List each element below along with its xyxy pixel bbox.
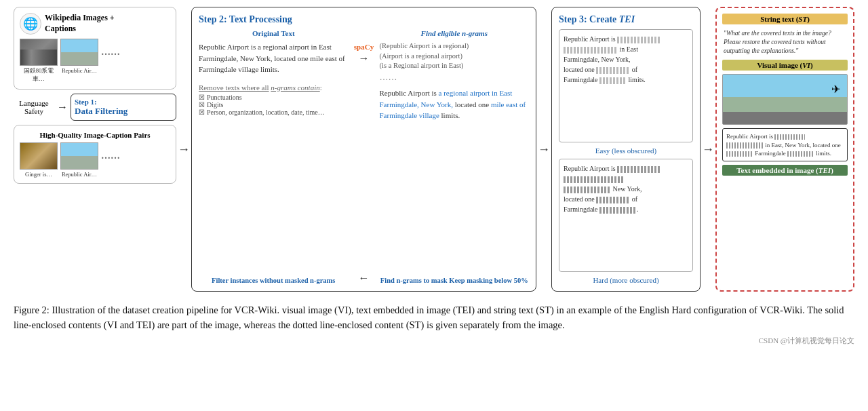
wiki-header-row: 🌐 Wikipedia Images + Captions [20,13,170,35]
step2-title: Step 2: Text Processing [199,14,529,25]
wiki-captions-top: 国鉄80系電車… Republic Air… [20,67,170,83]
arrow-to-step3: → [538,7,550,292]
step2-left: Original Text Republic Airport is a regi… [199,29,349,284]
step2-ngrams: (Republic Airport is a regional) (Airpor… [380,41,530,83]
arrow-to-step2: → [178,7,190,292]
right-dashed-panel: String text (ST) "What are the covered t… [715,7,854,292]
step3-hard-text: Republic Airport is New York, located on… [564,163,688,214]
wiki-title: Wikipedia Images + Captions [45,13,115,34]
step2-orig-text: Republic Airport is a regional airport i… [199,41,349,75]
step3-easy-text: Republic Airport is in East Farmingdale,… [564,34,688,85]
caption-food: Ginger is… [20,171,58,178]
hq-panel: High-Quality Image-Caption Pairs …… Ging… [14,125,176,184]
step2-content: Original Text Republic Airport is a regi… [199,29,529,284]
wiki-logo-icon: 🌐 [20,13,41,35]
dots-top: …… [101,47,120,58]
string-text-header: String text (ST) [722,14,848,24]
checkbox3-row: ☒Person, organization, location, date, t… [199,109,349,116]
caption-source: CSDN @计算机视觉每日论文 [14,336,854,346]
figure-caption: Figure 2: Illustration of the dataset cr… [14,302,854,333]
caption-train: 国鉄80系電車… [20,67,58,83]
step2-right: Find eligible n-grams (Republic Airport … [380,29,530,284]
tei-box: Republic Airport is in East, New York, l… [722,128,848,161]
caption-airport-top: Republic Air… [60,67,98,83]
step3-title: Step 3: Create TEI [559,14,693,25]
wiki-step1-section: 🌐 Wikipedia Images + Captions …… 国鉄80系電車… [14,7,176,292]
img-airport-top [60,39,98,66]
checkbox1-row: ☒Punctuations [199,94,349,101]
step1-title: Data Filtering [75,106,172,117]
remove-section: Remove texts where all n-grams contain: … [199,83,349,116]
hq-captions: Ginger is… Republic Air… [20,171,170,178]
step3-panel: Step 3: Create TEI Republic Airport is i… [551,7,701,292]
img-train [20,39,58,66]
img-airport-bottom [60,142,98,170]
step2-highlighted-text: Republic Airport is a regional airport i… [380,87,530,121]
ngram-mask-label: Find n-grams to mask Keep masking below … [380,277,530,284]
left-arrow-bottom: ← [359,272,370,284]
visual-image-header: Visual image (VI) [722,60,848,71]
step3-hard-box: Republic Airport is New York, located on… [559,159,693,272]
string-text-content: "What are the covered texts in the image… [722,28,848,56]
main-container: 🌐 Wikipedia Images + Captions …… 国鉄80系電車… [0,0,868,353]
remove-label: Remove texts where all n-grams contain: [199,83,349,92]
hq-images: …… [20,142,170,170]
step1-label: Step 1: [75,98,172,106]
arrow-to-right: → [702,7,714,292]
right-arrow-step1: → [57,101,68,113]
img-food [20,142,58,170]
step1-row: Language Safety → Step 1: Data Filtering [14,94,176,121]
step2-panel: Step 2: Text Processing Original Text Re… [191,7,536,292]
wiki-images-top: …… [20,39,170,66]
step3-easy-box: Republic Airport is in East Farmingdale,… [559,29,693,142]
wiki-panel: 🌐 Wikipedia Images + Captions …… 国鉄80系電車… [14,7,176,90]
spacy-arrow: spaCy → [354,43,374,64]
dots-bottom: …… [101,151,120,161]
hq-label: High-Quality Image-Caption Pairs [20,131,170,139]
step2-arrows: spaCy → ← [354,29,374,284]
checkbox2-row: ☒Digits [199,101,349,109]
filter-label: Filter instances without masked n-grams [199,277,349,284]
hard-label: Hard (more obscured) [559,276,693,284]
step1-box: Step 1: Data Filtering [71,94,176,121]
find-ngrams-label: Find eligible n-grams [380,29,530,37]
easy-label: Easy (less obscured) [559,146,693,155]
language-safety-label: Language Safety [14,99,54,115]
orig-text-label: Original Text [199,29,349,37]
tei-header: Text embedded in image (TEI) [722,165,848,176]
caption-airport-bottom: Republic Air… [60,171,98,178]
visual-image-box: ✈ [722,74,848,125]
diagram-area: 🌐 Wikipedia Images + Captions …… 国鉄80系電車… [14,7,854,292]
